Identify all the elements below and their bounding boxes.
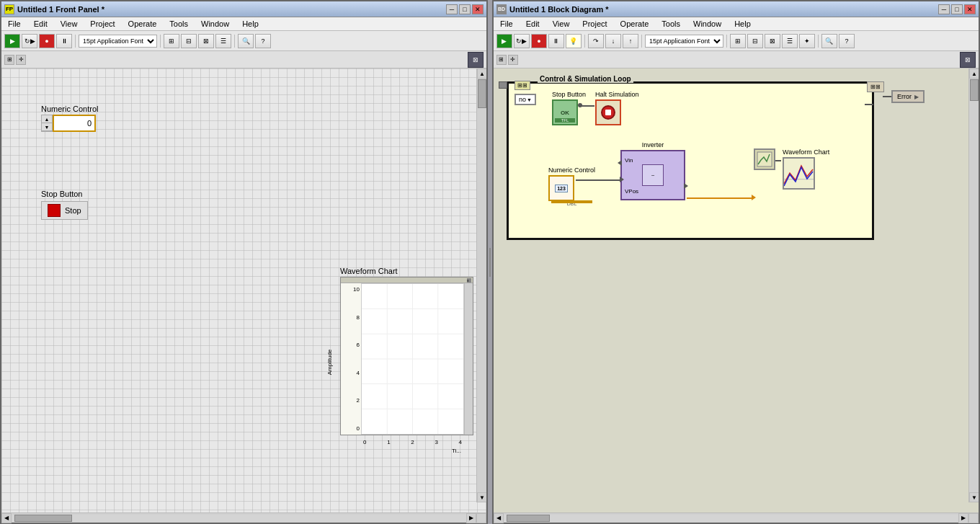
run-button[interactable]: ▶ xyxy=(4,34,20,48)
bd-run-button[interactable]: ▶ xyxy=(496,34,512,48)
distribute-button[interactable]: ⊟ xyxy=(181,34,197,48)
stop-button-block-group: Stop Button OK TFL xyxy=(552,91,586,125)
no-dropdown[interactable]: no ▼ xyxy=(514,94,536,105)
scroll-thumb-h[interactable] xyxy=(14,515,72,522)
bd-scroll-thumb-h[interactable] xyxy=(507,515,550,522)
block-diagram-canvas[interactable]: Control & Simulation Loop ⊞⊞ no ▼ Stop B… xyxy=(494,68,979,512)
spin-up-button[interactable]: ▲ xyxy=(42,115,52,123)
close-button[interactable]: ✕ xyxy=(472,4,484,14)
reorder-button[interactable]: ☰ xyxy=(215,34,231,48)
spin-down-button[interactable]: ▼ xyxy=(42,123,52,131)
bd-abort-button[interactable]: ● xyxy=(531,34,547,48)
bd-align-button[interactable]: ⊞ xyxy=(730,34,746,48)
font-selector[interactable]: 15pt Application Font xyxy=(79,35,157,48)
bd-menu-file[interactable]: File xyxy=(496,19,517,29)
icon-cluster-2[interactable]: ✛ xyxy=(16,55,26,65)
bd-resize-button[interactable]: ⊠ xyxy=(765,34,780,48)
wire-arrow-2 xyxy=(752,195,756,200)
bd-font-selector[interactable]: 15pt Application Font xyxy=(645,35,723,48)
bd-view-icon[interactable]: ⊠ xyxy=(960,52,976,68)
chart-menu-icon[interactable]: ≡ xyxy=(467,278,471,283)
bd-menu-tools[interactable]: Tools xyxy=(658,19,684,29)
icon-cluster-1[interactable]: ⊞ xyxy=(4,55,14,65)
bd-step-into-button[interactable]: ↓ xyxy=(605,34,621,48)
bd-scroll-thumb-v[interactable] xyxy=(970,79,979,101)
bd-run-continuously-button[interactable]: ↻▶ xyxy=(514,34,530,48)
numeric-spin: ▲ ▼ xyxy=(41,115,53,132)
resize-button[interactable]: ⊠ xyxy=(198,34,214,48)
bd-scroll-left[interactable]: ◀ xyxy=(494,513,504,523)
error-block[interactable]: Error ▶ xyxy=(891,90,925,103)
numeric-input-field[interactable]: 0 xyxy=(53,115,96,132)
close-button-right[interactable]: ✕ xyxy=(964,4,976,14)
view-icon[interactable]: ⊠ xyxy=(468,52,484,68)
menu-view[interactable]: View xyxy=(57,19,81,29)
menu-operate[interactable]: Operate xyxy=(125,19,161,29)
maximize-button-right[interactable]: □ xyxy=(951,4,963,14)
abort-button[interactable]: ● xyxy=(39,34,55,48)
inverter-block[interactable]: ~ Vin VPos xyxy=(620,150,685,200)
scroll-thumb-v[interactable] xyxy=(478,79,486,108)
canvas-hscrollbar[interactable]: ◀ ▶ xyxy=(1,512,486,523)
bd-menu-edit[interactable]: Edit xyxy=(522,19,543,29)
bd-menu-project[interactable]: Project xyxy=(579,19,610,29)
search-button[interactable]: 🔍 xyxy=(238,34,254,48)
menu-project[interactable]: Project xyxy=(86,19,118,29)
front-panel-canvas[interactable]: Numeric Control ▲ ▼ 0 Stop Button Stop xyxy=(1,68,486,512)
front-panel-second-toolbar: ⊞ ✛ ⊠ xyxy=(1,51,486,68)
scroll-right-arrow[interactable]: ▶ xyxy=(466,513,476,523)
stop-button-block[interactable]: OK TFL xyxy=(552,99,578,125)
bd-pause-button[interactable]: ⏸ xyxy=(548,34,564,48)
bd-step-out-button[interactable]: ↑ xyxy=(623,34,638,48)
scroll-up-arrow[interactable]: ▲ xyxy=(477,68,486,79)
front-panel-icon: FP xyxy=(4,4,14,14)
bd-help-button[interactable]: ? xyxy=(839,34,855,48)
numeric-control-block[interactable]: 123 xyxy=(548,175,574,201)
maximize-button[interactable]: □ xyxy=(459,4,471,14)
help-button[interactable]: ? xyxy=(255,34,271,48)
bd-order-button[interactable]: ☰ xyxy=(782,34,798,48)
loop-settings-icons[interactable]: ⊞⊞ xyxy=(514,81,530,90)
bd-menu-window[interactable]: Window xyxy=(690,19,725,29)
menu-help[interactable]: Help xyxy=(239,19,262,29)
bd-menu-operate[interactable]: Operate xyxy=(617,19,653,29)
chart-vscrollbar[interactable] xyxy=(464,283,473,435)
inverter-group: Inverter ~ Vin VPos xyxy=(620,141,685,200)
menu-edit[interactable]: Edit xyxy=(30,19,51,29)
canvas-vscrollbar[interactable]: ▲ ▼ xyxy=(476,68,486,502)
scroll-down-arrow[interactable]: ▼ xyxy=(477,492,486,502)
loop-right-deco-top[interactable]: ⊞⊞ xyxy=(867,81,884,92)
waveform-graph-block[interactable] xyxy=(754,148,775,170)
menu-window[interactable]: Window xyxy=(197,19,233,29)
bd-scroll-up[interactable]: ▲ xyxy=(969,68,979,79)
run-continuously-button[interactable]: ↻▶ xyxy=(22,34,37,48)
bd-distribute-button[interactable]: ⊟ xyxy=(747,34,763,48)
bd-scroll-right[interactable]: ▶ xyxy=(958,513,968,523)
error-left-wire xyxy=(883,96,891,97)
pause-button[interactable]: ⏸ xyxy=(56,34,72,48)
bd-sep-4 xyxy=(818,35,819,48)
bd-scroll-down[interactable]: ▼ xyxy=(969,492,979,502)
waveform-chart-block[interactable] xyxy=(783,157,815,190)
bd-hscrollbar[interactable]: ◀ ▶ xyxy=(494,512,979,523)
halt-simulation-block[interactable] xyxy=(595,99,621,125)
bd-step-over-button[interactable]: ↷ xyxy=(588,34,604,48)
align-button[interactable]: ⊞ xyxy=(164,34,179,48)
chart-plot-area[interactable]: 0 1 2 3 4 xyxy=(361,283,464,435)
bd-menu-view[interactable]: View xyxy=(549,19,574,29)
stop-button[interactable]: Stop xyxy=(41,201,88,220)
bd-cleanup-button[interactable]: ✦ xyxy=(799,34,815,48)
bd-search-button[interactable]: 🔍 xyxy=(821,34,837,48)
menu-file[interactable]: File xyxy=(4,19,24,29)
bd-icon-2[interactable]: ✛ xyxy=(508,55,518,65)
menu-tools[interactable]: Tools xyxy=(166,19,192,29)
bd-vscrollbar[interactable]: ▲ ▼ xyxy=(968,68,979,502)
scroll-left-arrow[interactable]: ◀ xyxy=(1,513,12,523)
halt-simulation-label: Halt Simulation xyxy=(595,91,639,98)
bd-menu-help[interactable]: Help xyxy=(731,19,754,29)
bd-icon-1[interactable]: ⊞ xyxy=(496,55,507,65)
bd-highlight-button[interactable]: 💡 xyxy=(566,34,582,48)
loop-left-deco xyxy=(499,81,507,89)
minimize-button-right[interactable]: ─ xyxy=(938,4,950,14)
stop-button-text: Stop xyxy=(65,206,81,215)
